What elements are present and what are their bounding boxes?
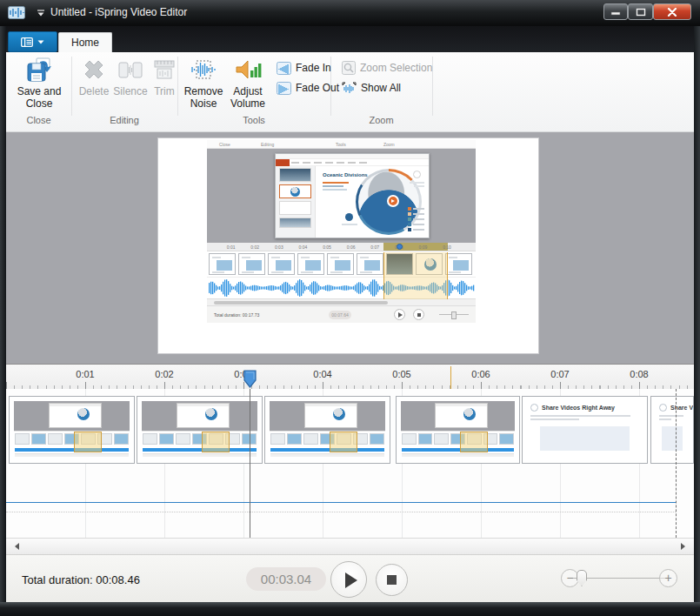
- window-title: Untitled - iSpring Video Editor: [50, 6, 187, 18]
- nested-group-label: Close: [219, 142, 230, 147]
- tab-home[interactable]: Home: [58, 32, 112, 52]
- scrollbar-right-arrow-icon[interactable]: [681, 543, 689, 550]
- ribbon: Save and Close Delete Silence: [6, 52, 694, 132]
- zoom-selection-icon: [342, 61, 356, 75]
- playhead-icon[interactable]: [243, 370, 257, 388]
- timeline-ruler[interactable]: 0:010:020:030:040:050:060:070:08: [6, 364, 694, 389]
- nested-slide: Oceanic Divisions: [316, 166, 429, 238]
- ruler-label: 0:06: [471, 369, 490, 379]
- save-and-close-button[interactable]: Save and Close: [10, 55, 69, 114]
- app-waveform-icon: [8, 6, 25, 19]
- fade-out-icon: [277, 82, 291, 95]
- adjust-volume-icon: [234, 56, 262, 84]
- fade-in-icon: [277, 62, 291, 75]
- zoom-in-button[interactable]: +: [659, 569, 677, 587]
- playhead-line: [250, 389, 250, 538]
- maximize-button[interactable]: [628, 3, 653, 20]
- nested-clip-thumbnail: [268, 253, 295, 275]
- ruler-label: 0:07: [550, 369, 569, 379]
- timeline-tracks[interactable]: Share Videos Right Away Share Videos Rig…: [6, 389, 694, 538]
- nested-total-duration: Total duration: 00:17.73: [214, 312, 259, 318]
- nested-presentation-ribbon: [276, 159, 429, 166]
- ribbon-tab-strip: Home: [6, 26, 694, 52]
- group-separator: [71, 57, 72, 116]
- nested-playhead-icon: [397, 244, 403, 250]
- zoom-selection-button: Zoom Selection: [342, 59, 432, 77]
- nested-ruler-label: 0:04: [299, 244, 308, 250]
- show-all-button[interactable]: Show All: [342, 79, 401, 97]
- close-icon: [667, 8, 677, 17]
- nested-zoom-slider: [439, 314, 469, 315]
- delete-button: Delete: [76, 55, 112, 114]
- current-time-display: 00:03.04: [246, 567, 326, 591]
- ruler-label: 0:04: [313, 369, 331, 379]
- video-clip-thumbnail[interactable]: [9, 396, 135, 464]
- app-menu-button[interactable]: [8, 31, 57, 52]
- timeline-scrollbar[interactable]: [6, 538, 694, 554]
- preview-video-frame: Close Editing Tools Zoom: [157, 137, 539, 354]
- save-close-icon: [25, 56, 53, 84]
- nested-ruler: 0:010:020:030:040:050:060:070:080:090:10: [207, 243, 476, 251]
- button-label: Save and Close: [17, 85, 62, 110]
- total-duration-label: Total duration: 00:08.46: [22, 573, 140, 586]
- fade-in-button[interactable]: Fade In: [277, 59, 331, 77]
- scrollbar-left-arrow-icon[interactable]: [11, 543, 19, 550]
- maximize-icon: [636, 8, 646, 17]
- group-label-close: Close: [6, 115, 71, 125]
- trim-icon: [150, 56, 178, 84]
- stop-button[interactable]: [376, 564, 408, 596]
- button-label: Adjust Volume: [230, 85, 265, 110]
- nested-ruler-label: 0:10: [443, 244, 451, 250]
- nested-group-label: Zoom: [383, 142, 395, 147]
- audio-waveform-dots: [6, 512, 676, 512]
- quick-access-dropdown-icon[interactable]: [37, 10, 45, 17]
- nested-slide-title: Oceanic Divisions: [323, 172, 368, 177]
- group-label-editing: Editing: [71, 115, 177, 125]
- nested-clip-thumbnail: [445, 253, 472, 275]
- nested-group-label: Editing: [261, 142, 274, 147]
- nested-ruler-label: 0:07: [370, 244, 379, 250]
- nested-legend: [408, 205, 424, 231]
- zoom-slider-thumb[interactable]: [577, 570, 587, 586]
- button-label: Fade In: [296, 62, 331, 74]
- ispring-video-editor-window: Untitled - iSpring Video Editor: [0, 0, 700, 616]
- ruler-label: 0:08: [630, 369, 648, 379]
- play-button[interactable]: [330, 561, 367, 598]
- video-clip-thumbnail[interactable]: [137, 396, 263, 464]
- nested-slide-panel: [276, 166, 316, 238]
- timeline-orange-marker: [450, 366, 451, 389]
- ruler-label: 0:02: [155, 369, 173, 379]
- button-label: Fade Out: [296, 82, 339, 94]
- adjust-volume-button[interactable]: Adjust Volume: [225, 55, 270, 114]
- button-label: Zoom Selection: [360, 62, 432, 74]
- zoom-slider-track[interactable]: [573, 578, 667, 579]
- button-label: Trim: [154, 85, 175, 97]
- minimize-button[interactable]: [603, 3, 628, 20]
- video-clip-thumbnail[interactable]: Share Videos Right Away: [650, 396, 694, 464]
- nested-clip-thumbnail: [209, 253, 236, 275]
- remove-noise-button[interactable]: Remove Noise: [182, 55, 225, 114]
- audio-waveform-line: [6, 502, 676, 503]
- nested-ruler-label: 0:02: [250, 244, 259, 250]
- fade-out-button[interactable]: Fade Out: [277, 79, 339, 97]
- nested-clip-thumbnail: [297, 253, 324, 275]
- clip-slide-title: Share Videos Right Away: [542, 405, 615, 411]
- minimize-icon: [610, 8, 621, 16]
- stop-icon: [387, 575, 397, 585]
- remove-noise-icon: [190, 56, 217, 84]
- video-clip-thumbnail[interactable]: [396, 396, 520, 464]
- nested-play-button: [394, 309, 405, 320]
- nested-timeline: 0:010:020:030:040:050:060:070:080:090:10…: [207, 243, 476, 325]
- ruler-major-ticks: [6, 382, 688, 389]
- nested-ruler-label: 0:06: [347, 244, 356, 250]
- ruler-label: 0:05: [392, 369, 410, 379]
- window-bottom-frame: [0, 602, 700, 616]
- nested-clip-thumbnail: [238, 253, 265, 275]
- close-button[interactable]: [653, 3, 691, 20]
- show-all-icon: [342, 82, 357, 95]
- nested-ruler-label: 0:03: [275, 244, 283, 250]
- button-label: Remove Noise: [184, 85, 223, 110]
- video-clip-thumbnail[interactable]: Share Videos Right Away: [522, 396, 648, 464]
- transport-bar: Total duration: 00:08.46 00:03.04 − +: [6, 554, 694, 602]
- video-clip-thumbnail[interactable]: [264, 396, 390, 464]
